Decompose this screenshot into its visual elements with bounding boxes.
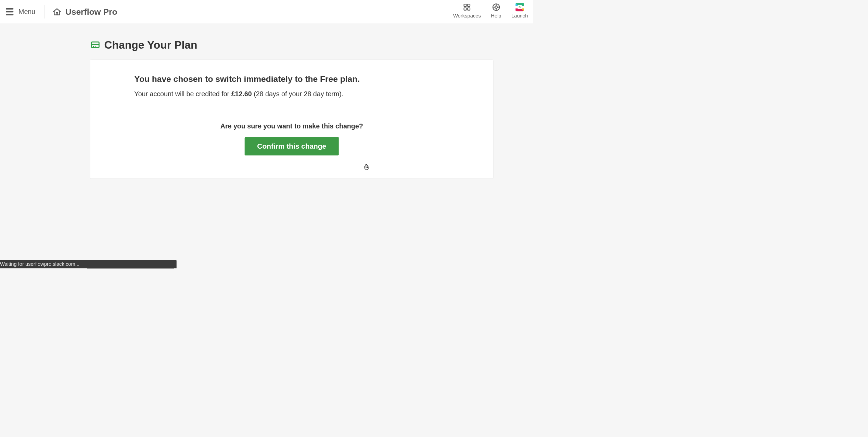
svg-rect-2 xyxy=(464,8,467,10)
app-header: Menu Userflow Pro xyxy=(0,0,533,24)
help-icon xyxy=(492,3,500,12)
plan-change-card: You have chosen to switch immediately to… xyxy=(90,60,494,179)
header-right: Workspaces Help S xyxy=(453,3,528,21)
credit-line: Your account will be credited for £12.60… xyxy=(134,90,449,98)
credit-amount: £12.60 xyxy=(231,90,252,98)
confirm-button[interactable]: Confirm this change xyxy=(244,137,339,155)
workspaces-label: Workspaces xyxy=(453,13,481,18)
credit-card-icon xyxy=(90,40,100,50)
svg-rect-3 xyxy=(468,8,470,10)
brand-name: Userflow Pro xyxy=(65,7,117,17)
workspaces-icon xyxy=(463,3,471,12)
header-left: Menu Userflow Pro xyxy=(6,5,117,18)
home-icon xyxy=(52,7,62,16)
status-text: Waiting for userflowpro.slack.com... xyxy=(0,261,79,267)
card-divider xyxy=(134,109,449,109)
confirm-area: Are you sure you want to make this chang… xyxy=(218,122,365,155)
menu-button[interactable]: Menu xyxy=(6,8,35,16)
launch-button[interactable]: S Launch xyxy=(511,3,528,19)
header-divider xyxy=(44,5,45,18)
confirm-question: Are you sure you want to make this chang… xyxy=(218,122,365,130)
home-link[interactable]: Userflow Pro xyxy=(52,7,117,17)
menu-label: Menu xyxy=(18,8,35,16)
hamburger-icon xyxy=(6,8,13,15)
launch-label: Launch xyxy=(511,13,528,18)
svg-rect-0 xyxy=(464,4,467,7)
help-button[interactable]: Help xyxy=(491,3,501,19)
help-label: Help xyxy=(491,13,501,18)
credit-suffix: (28 days of your 28 day term). xyxy=(252,90,344,98)
workspaces-button[interactable]: Workspaces xyxy=(453,3,481,19)
svg-rect-1 xyxy=(468,4,470,7)
browser-status-bar: Waiting for userflowpro.slack.com... xyxy=(0,260,177,269)
page-title-row: Change Your Plan xyxy=(65,38,468,51)
page-body: Change Your Plan You have chosen to swit… xyxy=(0,24,533,179)
plan-change-headline: You have chosen to switch immediately to… xyxy=(134,74,449,84)
svg-point-5 xyxy=(495,6,497,8)
page-title: Change Your Plan xyxy=(104,38,197,51)
app-launcher-icon: S xyxy=(515,3,524,12)
credit-prefix: Your account will be credited for xyxy=(134,90,231,98)
